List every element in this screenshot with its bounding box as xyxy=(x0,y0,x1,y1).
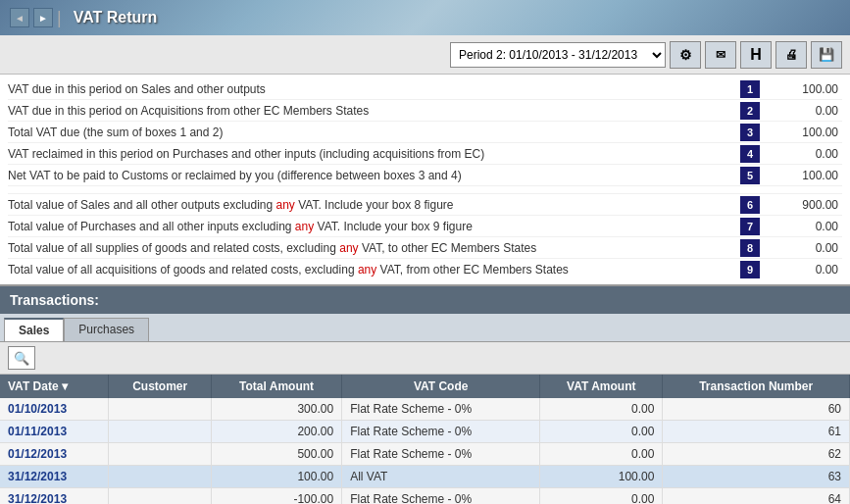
vat-row-5: Net VAT to be paid to Customs or reclaim… xyxy=(8,165,842,186)
cell-total-amount: 500.00 xyxy=(211,443,341,466)
vat-label-9: Total value of all acquisitions of goods… xyxy=(8,263,736,277)
print-button[interactable]: 🖨 xyxy=(775,41,807,69)
table-header-row: VAT Date ▾ Customer Total Amount VAT Cod… xyxy=(0,375,850,398)
vat-label-4: VAT reclaimed in this period on Purchase… xyxy=(8,147,736,161)
transactions-title: Transactions: xyxy=(10,292,99,308)
save-button[interactable]: H xyxy=(740,41,772,69)
vat-amount-7: 0.00 xyxy=(764,220,842,233)
col-header-transaction-number[interactable]: Transaction Number xyxy=(663,375,850,398)
cell-vat-amount: 0.00 xyxy=(540,443,663,466)
vat-amount-1: 100.00 xyxy=(764,82,842,96)
vat-row-4: VAT reclaimed in this period on Purchase… xyxy=(8,143,842,165)
tabs-row: Sales Purchases xyxy=(0,314,850,342)
tab-sales[interactable]: Sales xyxy=(4,318,64,341)
cell-transaction-number: 63 xyxy=(663,466,850,488)
vat-label-1: VAT due in this period on Sales and othe… xyxy=(8,82,736,96)
vat-box-2: 2 xyxy=(740,102,760,120)
cell-total-amount: 100.00 xyxy=(211,466,341,488)
cell-customer xyxy=(109,443,212,466)
cell-vat-code: Flat Rate Scheme - 0% xyxy=(342,398,540,421)
table-row: 01/11/2013 200.00 Flat Rate Scheme - 0% … xyxy=(0,421,850,443)
vat-amount-6: 900.00 xyxy=(764,198,842,212)
vat-summary: VAT due in this period on Sales and othe… xyxy=(0,75,850,286)
table-row: 31/12/2013 -100.00 Flat Rate Scheme - 0%… xyxy=(0,488,850,505)
vat-box-4: 4 xyxy=(740,145,760,163)
cell-customer xyxy=(109,488,212,505)
cell-vat-date: 01/10/2013 xyxy=(0,398,109,421)
vat-box-3: 3 xyxy=(740,124,760,141)
vat-label-7: Total value of Purchases and all other i… xyxy=(8,220,736,233)
forward-button[interactable]: ► xyxy=(33,8,53,27)
vat-row-8: Total value of all supplies of goods and… xyxy=(8,237,842,259)
cell-total-amount: 300.00 xyxy=(211,398,341,421)
transactions-table: VAT Date ▾ Customer Total Amount VAT Cod… xyxy=(0,375,850,504)
cell-vat-amount: 100.00 xyxy=(540,466,663,488)
tab-purchases[interactable]: Purchases xyxy=(64,318,149,341)
table-row: 31/12/2013 100.00 All VAT 100.00 63 xyxy=(0,466,850,488)
cell-vat-date: 31/12/2013 xyxy=(0,466,109,488)
email-button[interactable]: ✉ xyxy=(705,41,736,69)
settings-button[interactable]: ⚙ xyxy=(670,41,701,69)
cell-customer xyxy=(109,466,212,488)
vat-row-9: Total value of all acquisitions of goods… xyxy=(8,259,842,280)
page-title: VAT Return xyxy=(74,9,158,26)
col-header-customer[interactable]: Customer xyxy=(109,375,212,398)
cell-vat-code: Flat Rate Scheme - 0% xyxy=(342,421,540,443)
transactions-header: Transactions: xyxy=(0,286,850,314)
cell-vat-code: All VAT xyxy=(342,466,540,488)
export-button[interactable]: 💾 xyxy=(811,41,842,69)
vat-box-9: 9 xyxy=(740,261,760,278)
vat-amount-3: 100.00 xyxy=(764,126,842,139)
search-bar: 🔍 xyxy=(0,342,850,375)
vat-spacer xyxy=(8,186,842,194)
table-row: 01/10/2013 300.00 Flat Rate Scheme - 0% … xyxy=(0,398,850,421)
cell-customer xyxy=(109,421,212,443)
col-header-vat-amount[interactable]: VAT Amount xyxy=(540,375,663,398)
cell-vat-date: 01/11/2013 xyxy=(0,421,109,443)
cell-vat-date: 31/12/2013 xyxy=(0,488,109,505)
col-header-vat-code[interactable]: VAT Code xyxy=(342,375,540,398)
transactions-table-wrapper: VAT Date ▾ Customer Total Amount VAT Cod… xyxy=(0,375,850,504)
cell-transaction-number: 64 xyxy=(663,488,850,505)
cell-transaction-number: 61 xyxy=(663,421,850,443)
cell-vat-amount: 0.00 xyxy=(540,421,663,443)
vat-box-5: 5 xyxy=(740,167,760,184)
vat-box-8: 8 xyxy=(740,239,760,257)
vat-label-2: VAT due in this period on Acquisitions f… xyxy=(8,104,736,118)
toolbar: Period 2: 01/10/2013 - 31/12/2013 ⚙ ✉ H … xyxy=(0,35,850,75)
cell-vat-amount: 0.00 xyxy=(540,488,663,505)
cell-transaction-number: 60 xyxy=(663,398,850,421)
vat-label-8: Total value of all supplies of goods and… xyxy=(8,241,736,255)
cell-total-amount: 200.00 xyxy=(211,421,341,443)
col-header-total-amount[interactable]: Total Amount xyxy=(211,375,341,398)
cell-transaction-number: 62 xyxy=(663,443,850,466)
back-button[interactable]: ◄ xyxy=(10,8,29,27)
vat-box-6: 6 xyxy=(740,196,760,214)
vat-row-3: Total VAT due (the sum of boxes 1 and 2)… xyxy=(8,122,842,143)
search-button[interactable]: 🔍 xyxy=(8,346,35,370)
cell-vat-code: Flat Rate Scheme - 0% xyxy=(342,488,540,505)
vat-row-2: VAT due in this period on Acquisitions f… xyxy=(8,100,842,122)
cell-vat-amount: 0.00 xyxy=(540,398,663,421)
cell-vat-code: Flat Rate Scheme - 0% xyxy=(342,443,540,466)
vat-row-7: Total value of Purchases and all other i… xyxy=(8,216,842,237)
vat-label-5: Net VAT to be paid to Customs or reclaim… xyxy=(8,169,736,182)
nav-controls: ◄ ► | xyxy=(10,8,62,28)
cell-total-amount: -100.00 xyxy=(211,488,341,505)
vat-box-1: 1 xyxy=(740,80,760,98)
vat-label-6: Total value of Sales and all other outpu… xyxy=(8,198,736,212)
cell-customer xyxy=(109,398,212,421)
vat-amount-9: 0.00 xyxy=(764,263,842,277)
col-header-vat-date[interactable]: VAT Date ▾ xyxy=(0,375,109,398)
vat-box-7: 7 xyxy=(740,218,760,235)
title-bar: ◄ ► | VAT Return xyxy=(0,0,850,35)
vat-row-6: Total value of Sales and all other outpu… xyxy=(8,194,842,216)
vat-amount-2: 0.00 xyxy=(764,104,842,118)
vat-amount-8: 0.00 xyxy=(764,241,842,255)
vat-amount-4: 0.00 xyxy=(764,147,842,161)
vat-amount-5: 100.00 xyxy=(764,169,842,182)
cell-vat-date: 01/12/2013 xyxy=(0,443,109,466)
nav-divider: | xyxy=(57,8,62,28)
period-select[interactable]: Period 2: 01/10/2013 - 31/12/2013 xyxy=(450,42,666,68)
vat-row-1: VAT due in this period on Sales and othe… xyxy=(8,78,842,100)
